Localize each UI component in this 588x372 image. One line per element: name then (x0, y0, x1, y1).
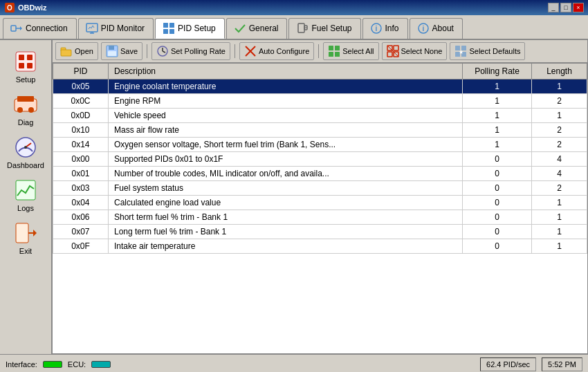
cell-polling: 0 (463, 210, 532, 225)
table-row[interactable]: 0x0CEngine RPM12 (53, 94, 587, 109)
table-row[interactable]: 0x0FIntake air temperature01 (53, 239, 587, 254)
open-icon (60, 45, 73, 57)
svg-rect-54 (394, 46, 398, 50)
fuel-setup-icon (296, 22, 309, 35)
cell-length: 2 (532, 123, 587, 138)
svg-line-8 (91, 26, 93, 28)
maximize-button[interactable]: □ (560, 3, 571, 12)
cell-pid: 0x14 (53, 138, 109, 152)
tab-connection[interactable]: Connection (3, 18, 77, 39)
title-bar: O OBDwiz _ □ × (0, 0, 588, 15)
title-bar-controls[interactable]: _ □ × (548, 3, 584, 12)
cell-polling: 0 (463, 152, 532, 167)
select-none-label: Select None (401, 47, 443, 55)
cell-description: Number of trouble codes, MIL indicator o… (109, 167, 463, 181)
set-polling-rate-label: Set Polling Rate (171, 47, 226, 55)
sidebar-item-dashboard[interactable]: Dashboard (2, 131, 49, 173)
svg-text:i: i (422, 25, 424, 32)
tab-pid-setup[interactable]: PID Setup (155, 18, 225, 39)
tab-pid-monitor[interactable]: PID Monitor (78, 18, 154, 39)
svg-rect-50 (335, 46, 340, 50)
pid-table-body: 0x05Engine coolant temperature110x0CEngi… (53, 80, 587, 254)
svg-text:O: O (7, 4, 12, 12)
pid-monitor-icon (86, 22, 98, 35)
table-row[interactable]: 0x07Long term fuel % trim - Bank 101 (53, 225, 587, 239)
sidebar-dashboard-label: Dashboard (7, 161, 44, 169)
svg-rect-43 (108, 51, 116, 56)
tab-fuel-setup[interactable]: Fuel Setup (288, 18, 360, 39)
cell-length: 1 (532, 196, 587, 210)
sidebar-item-setup[interactable]: Setup (2, 46, 49, 87)
open-button[interactable]: Open (55, 42, 98, 60)
cell-description: Fuel system status (109, 181, 463, 196)
table-row[interactable]: 0x00Supported PIDs 0x01 to 0x1F04 (53, 152, 587, 167)
table-row[interactable]: 0x14Oxygen sensor voltage, Short term fu… (53, 138, 587, 152)
select-none-button[interactable]: Select None (382, 42, 448, 60)
cell-length: 4 (532, 152, 587, 167)
cell-polling: 0 (463, 239, 532, 254)
svg-rect-26 (19, 63, 24, 68)
auto-configure-icon (244, 45, 257, 57)
tab-general[interactable]: General (226, 18, 288, 39)
cell-description: Supported PIDs 0x01 to 0x1F (109, 152, 463, 167)
select-all-label: Select All (342, 47, 374, 55)
save-button[interactable]: Save (101, 42, 143, 60)
pid-table-container[interactable]: PID Description Polling Rate Length 0x05… (53, 63, 587, 353)
general-icon (234, 22, 246, 35)
cell-polling: 1 (463, 94, 532, 109)
open-label: Open (75, 47, 93, 55)
tab-info-label: Info (385, 24, 399, 33)
cell-length: 1 (532, 210, 587, 225)
table-row[interactable]: 0x03Fuel system status02 (53, 181, 587, 196)
tab-about[interactable]: i About (410, 18, 463, 39)
interface-label: Interface: (6, 360, 37, 369)
close-button[interactable]: × (573, 3, 584, 12)
svg-rect-35 (16, 180, 35, 200)
svg-point-29 (17, 107, 23, 113)
save-label: Save (120, 47, 138, 55)
sidebar-item-logs[interactable]: Logs (2, 174, 49, 216)
sidebar-diag-label: Diag (18, 118, 34, 127)
cell-pid: 0x0F (53, 239, 109, 254)
cell-polling: 0 (463, 196, 532, 210)
cell-pid: 0x00 (53, 152, 109, 167)
table-row[interactable]: 0x01Number of trouble codes, MIL indicat… (53, 167, 587, 181)
svg-rect-40 (61, 50, 71, 56)
table-row[interactable]: 0x10Mass air flow rate12 (53, 123, 587, 138)
cell-pid: 0x0C (53, 94, 109, 109)
cell-length: 1 (532, 225, 587, 239)
about-icon: i (417, 22, 430, 35)
sidebar-item-exit[interactable]: Exit (2, 217, 49, 259)
svg-rect-27 (27, 63, 33, 68)
minimize-button[interactable]: _ (548, 3, 559, 12)
svg-line-6 (89, 27, 90, 29)
table-row[interactable]: 0x05Engine coolant temperature11 (53, 80, 587, 94)
svg-marker-38 (33, 230, 37, 236)
col-header-polling: Polling Rate (463, 64, 532, 80)
col-header-length: Length (532, 64, 587, 80)
table-row[interactable]: 0x0DVehicle speed11 (53, 109, 587, 123)
table-row[interactable]: 0x04Calculated engine load value01 (53, 196, 587, 210)
toolbar-separator-1 (147, 44, 147, 58)
tab-general-label: General (249, 24, 279, 33)
cell-polling: 1 (463, 80, 532, 94)
svg-rect-13 (169, 23, 174, 28)
title-bar-title: O OBDwiz (4, 2, 47, 13)
sidebar: Setup Diag (0, 40, 52, 354)
diag-icon (13, 92, 38, 117)
tab-info[interactable]: i Info (362, 18, 408, 39)
pid-rate-value: 62.4 PID/sec (486, 360, 530, 369)
ecu-label: ECU: (68, 360, 86, 369)
select-all-button[interactable]: Select All (323, 42, 378, 60)
sidebar-item-diag[interactable]: Diag (2, 89, 49, 130)
select-defaults-button[interactable]: ★ Select Defaults (450, 42, 525, 60)
time-panel: 5:52 PM (542, 357, 582, 371)
set-polling-rate-button[interactable]: Set Polling Rate (151, 42, 230, 60)
save-icon (106, 45, 118, 57)
toolbar: Open Save Set Polling Rate (53, 40, 587, 63)
table-row[interactable]: 0x06Short term fuel % trim - Bank 101 (53, 210, 587, 225)
auto-configure-label: Auto Configure (259, 47, 309, 55)
select-all-icon (328, 45, 340, 57)
auto-configure-button[interactable]: Auto Configure (239, 42, 314, 60)
tab-about-label: About (432, 24, 454, 33)
